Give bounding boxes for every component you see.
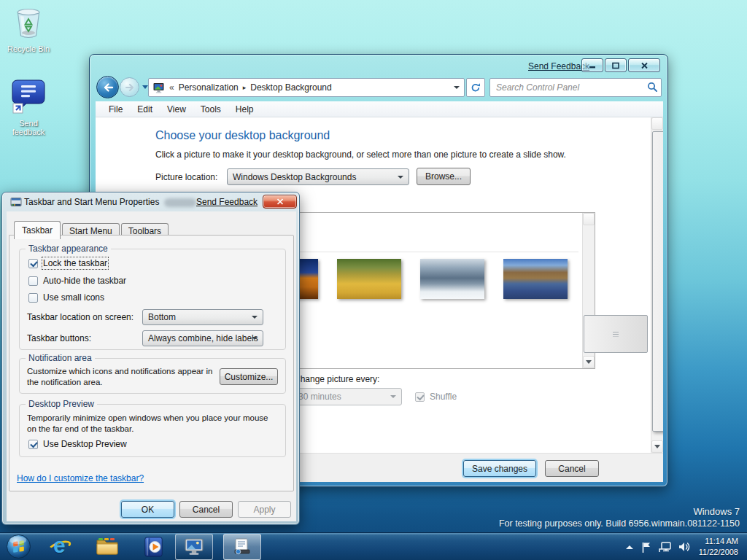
apply-button[interactable]: Apply <box>238 501 291 518</box>
interval-select[interactable]: 30 minutes <box>293 388 402 405</box>
lock-taskbar-option[interactable]: Lock the taskbar <box>28 258 107 268</box>
forward-button[interactable] <box>120 77 139 97</box>
address-dropdown-icon[interactable] <box>454 86 460 89</box>
preview-description: Temporarily minimize open windows when y… <box>27 413 278 435</box>
menu-tools[interactable]: Tools <box>193 102 228 117</box>
dialog-title: Taskbar and Start Menu Properties <box>24 197 159 207</box>
change-picture-label: Change picture every: <box>294 374 379 384</box>
group-title: Desktop Preview <box>26 399 97 409</box>
use-desktop-preview-label: Use Desktop Preview <box>43 439 127 449</box>
scroll-down-button[interactable] <box>651 440 663 453</box>
shuffle-option[interactable]: Shuffle <box>415 392 457 402</box>
chevron-down-icon <box>398 176 403 179</box>
group-title: Taskbar appearance <box>26 244 111 254</box>
send-feedback-link[interactable]: Send Feedback <box>196 197 258 207</box>
close-button[interactable] <box>628 58 660 72</box>
page-scrollbar[interactable] <box>651 117 663 453</box>
close-icon <box>640 62 649 69</box>
customize-button[interactable]: Customize... <box>220 368 278 385</box>
menu-view[interactable]: View <box>160 102 193 117</box>
ok-button[interactable]: OK <box>121 501 174 518</box>
breadcrumb-desktop-background[interactable]: Desktop Background <box>250 82 331 93</box>
minimize-button[interactable] <box>581 58 603 72</box>
cancel-label: Cancel <box>558 464 585 474</box>
send-feedback-link[interactable]: Send Feedback <box>528 61 589 71</box>
cancel-button[interactable]: Cancel <box>179 501 233 518</box>
page-description: Click a picture to make it your desktop … <box>155 149 566 160</box>
apply-label: Apply <box>253 505 275 515</box>
scrollbar-thumb[interactable] <box>652 131 663 432</box>
taskbar-buttons-select[interactable]: Always combine, hide labels <box>142 330 263 346</box>
autohide-taskbar-option[interactable]: Auto-hide the taskbar <box>28 276 126 286</box>
close-button[interactable] <box>263 195 297 209</box>
refresh-icon <box>471 82 481 93</box>
watermark-os-name: Windows 7 <box>499 505 740 518</box>
scroll-up-button[interactable] <box>651 117 663 130</box>
desktop-icon-send-feedback[interactable]: Send feedback <box>0 77 57 136</box>
wallpaper-thumbnail-wheat-field[interactable] <box>337 259 401 299</box>
picture-location-label: Picture location: <box>155 172 217 182</box>
taskbar-buttons-label: Taskbar buttons: <box>27 333 91 343</box>
personalization-window-icon <box>184 537 204 556</box>
menu-file[interactable]: File <box>101 102 130 117</box>
wallpaper-thumbnail-snowy-mountains[interactable] <box>420 259 484 299</box>
wallpaper-thumbnail-mountain-lake[interactable] <box>503 259 568 299</box>
scroll-up-button[interactable] <box>583 213 595 225</box>
media-player-icon[interactable] <box>142 536 164 560</box>
internet-explorer-icon[interactable]: e <box>48 535 71 559</box>
dialog-body: Taskbar Start Menu Toolbars Taskbar appe… <box>7 211 296 521</box>
picture-location-select[interactable]: Windows Desktop Backgrounds <box>227 168 409 185</box>
scroll-down-button[interactable] <box>583 356 595 368</box>
small-icons-checkbox[interactable] <box>28 293 38 303</box>
shuffle-checkbox[interactable] <box>415 392 425 402</box>
lock-taskbar-label: Lock the taskbar <box>43 258 107 268</box>
refresh-button[interactable] <box>466 78 485 97</box>
desktop-icon-recycle-bin[interactable]: Recycle Bin <box>0 6 57 53</box>
windows-explorer-icon[interactable] <box>96 537 119 560</box>
breadcrumb-overflow-chevron[interactable]: « <box>169 82 174 93</box>
address-bar[interactable]: « Personalization ▸ Desktop Background <box>148 78 465 97</box>
taskbar-button-taskbar-properties[interactable] <box>223 534 261 560</box>
use-desktop-preview-checkbox[interactable] <box>28 440 38 449</box>
show-hidden-icons-chevron[interactable] <box>626 545 633 549</box>
taskbar-properties-dialog: Taskbar and Start Menu Properties Send F… <box>1 192 300 525</box>
clock[interactable]: 11:14 AM 11/22/2008 <box>699 536 738 558</box>
start-button[interactable] <box>6 534 31 559</box>
group-title: Notification area <box>26 353 95 363</box>
autohide-taskbar-label: Auto-hide the taskbar <box>43 276 126 286</box>
help-link[interactable]: How do I customize the taskbar? <box>17 473 144 483</box>
back-button[interactable] <box>96 76 119 98</box>
watermark-build-string: For testing purposes only. Build 6956.wi… <box>499 518 740 530</box>
network-icon[interactable] <box>658 541 672 553</box>
action-center-flag-icon[interactable] <box>640 541 652 553</box>
notification-description: Customize which icons and notifications … <box>27 366 215 388</box>
recycle-bin-icon <box>0 6 57 42</box>
wallpaper-list-scrollbar[interactable] <box>582 213 595 368</box>
taskbar-location-select[interactable]: Bottom <box>142 309 263 325</box>
recent-pages-chevron-icon[interactable] <box>142 85 148 89</box>
autohide-taskbar-checkbox[interactable] <box>28 276 38 286</box>
customize-label: Customize... <box>225 372 274 382</box>
search-icon[interactable] <box>647 82 658 96</box>
maximize-button[interactable] <box>605 58 627 72</box>
save-changes-button[interactable]: Save changes <box>463 460 536 477</box>
cancel-button[interactable]: Cancel <box>545 460 599 477</box>
taskbar-properties-window-icon <box>233 537 252 556</box>
menu-help[interactable]: Help <box>228 102 261 117</box>
scrollbar-thumb[interactable] <box>584 315 648 353</box>
desktop-preview-group: Desktop Preview Temporarily minimize ope… <box>19 404 286 457</box>
breadcrumb-personalization[interactable]: Personalization <box>179 82 239 93</box>
taskbar-button-personalization[interactable] <box>175 534 213 560</box>
tab-taskbar[interactable]: Taskbar <box>14 221 61 239</box>
small-icons-option[interactable]: Use small icons <box>28 292 104 303</box>
volume-icon[interactable] <box>678 541 690 553</box>
small-icons-label: Use small icons <box>43 292 104 303</box>
search-input[interactable] <box>489 78 662 97</box>
title-bar[interactable]: Send Feedback <box>90 55 667 75</box>
minimize-icon <box>588 62 597 69</box>
picture-location-value: Windows Desktop Backgrounds <box>233 172 356 182</box>
lock-taskbar-checkbox[interactable] <box>28 259 38 268</box>
use-desktop-preview-option[interactable]: Use Desktop Preview <box>28 439 127 449</box>
browse-button[interactable]: Browse... <box>417 168 471 185</box>
menu-edit[interactable]: Edit <box>130 102 160 117</box>
